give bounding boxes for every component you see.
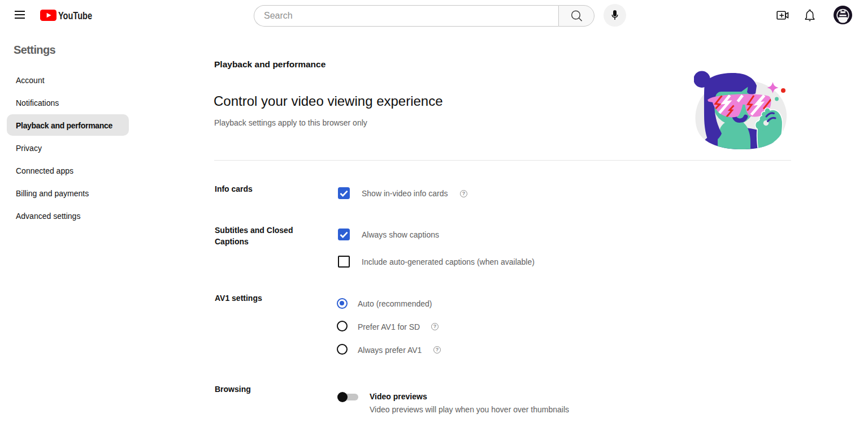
svg-text:YouTube: YouTube bbox=[58, 10, 92, 21]
